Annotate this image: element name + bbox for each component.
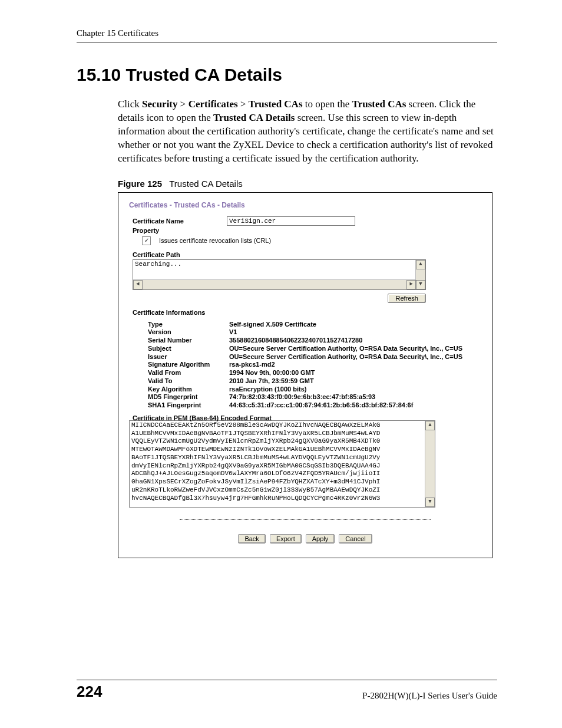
info-keyalg-label: Key Algorithm bbox=[133, 386, 229, 394]
info-validfrom-value: 1994 Nov 9th, 00:00:00 GMT bbox=[229, 369, 481, 377]
info-sigalg-value: rsa-pkcs1-md2 bbox=[229, 361, 481, 369]
cancel-button[interactable]: Cancel bbox=[339, 534, 372, 543]
cert-info-label: Certificate Informations bbox=[129, 309, 481, 316]
button-row: Back Export Apply Cancel bbox=[129, 534, 481, 543]
intro-paragraph: Click Security > Certificates > Trusted … bbox=[77, 98, 497, 166]
cert-path-box[interactable]: Searching... ▲ ▼ ◄ ► bbox=[133, 259, 426, 290]
bold-trusted-ca-details: Trusted CA Details bbox=[213, 112, 295, 123]
scrollbar-vertical[interactable]: ▲ ▼ bbox=[415, 260, 425, 289]
page-number: 224 bbox=[77, 683, 102, 701]
back-button[interactable]: Back bbox=[238, 534, 265, 543]
property-label: Property bbox=[129, 227, 227, 234]
info-validto-value: 2010 Jan 7th, 23:59:59 GMT bbox=[229, 377, 481, 386]
para-gt: > bbox=[238, 98, 249, 110]
scroll-up-icon[interactable]: ▲ bbox=[425, 421, 435, 430]
scrollbar-horizontal[interactable]: ◄ ► bbox=[133, 279, 416, 289]
info-version-label: Version bbox=[133, 328, 229, 337]
scroll-up-icon[interactable]: ▲ bbox=[416, 260, 425, 269]
section-title: 15.10 Trusted CA Details bbox=[77, 65, 497, 85]
cert-path-value: Searching... bbox=[135, 261, 415, 277]
crl-checkbox-label: Issues certificate revocation lists (CRL… bbox=[159, 237, 271, 244]
info-serial-value: 3558802160848854062232407011527417280 bbox=[229, 337, 481, 345]
pem-label: Certificate in PEM (Base-64) Encoded For… bbox=[129, 414, 481, 421]
scroll-down-icon[interactable]: ▼ bbox=[425, 498, 435, 507]
running-header: Chapter 15 Certificates bbox=[77, 28, 497, 42]
scroll-down-icon[interactable]: ▼ bbox=[416, 280, 425, 289]
pem-value: MIICNDCCAaECEAKtZn5ORf5eV288mBle3cAwDQYJ… bbox=[131, 421, 424, 503]
pem-box[interactable]: MIICNDCCAaECEAKtZn5ORf5eV288mBle3cAwDQYJ… bbox=[129, 420, 435, 508]
figure-caption: Figure 125 Trusted CA Details bbox=[77, 179, 497, 189]
info-issuer-label: Issuer bbox=[133, 353, 229, 361]
cert-info-block: TypeSelf-signed X.509 Certificate Versio… bbox=[129, 321, 481, 410]
info-validto-label: Valid To bbox=[133, 377, 229, 386]
figure-label: Figure 125 bbox=[118, 179, 162, 189]
crl-checkbox[interactable]: ✓ bbox=[142, 236, 151, 245]
info-issuer-value: OU=Secure Server Certification Authority… bbox=[229, 353, 481, 361]
info-sha1-value: 44:63:c5:31:d7:cc:c1:00:67:94:61:2b:b6:5… bbox=[229, 401, 481, 410]
export-button[interactable]: Export bbox=[270, 534, 302, 543]
info-type-value: Self-signed X.509 Certificate bbox=[229, 321, 481, 329]
info-sha1-label: SHA1 Fingerprint bbox=[133, 401, 229, 410]
scrollbar-vertical[interactable]: ▲ ▼ bbox=[425, 421, 435, 507]
cert-name-input[interactable] bbox=[227, 216, 355, 226]
screenshot-frame: Certificates - Trusted CAs - Details Cer… bbox=[118, 192, 492, 558]
bold-trusted-cas-2: Trusted CAs bbox=[352, 98, 406, 110]
breadcrumb: Certificates - Trusted CAs - Details bbox=[129, 201, 481, 209]
info-keyalg-value: rsaEncryption (1000 bits) bbox=[229, 386, 481, 394]
apply-button[interactable]: Apply bbox=[306, 534, 335, 543]
scroll-right-icon[interactable]: ► bbox=[406, 280, 416, 289]
page-footer: 224 P-2802H(W)(L)-I Series User's Guide bbox=[77, 680, 497, 701]
bold-certificates: Certificates bbox=[189, 98, 238, 110]
bold-security: Security bbox=[142, 98, 177, 110]
refresh-button[interactable]: Refresh bbox=[388, 294, 426, 303]
cert-name-label: Certificate Name bbox=[129, 218, 227, 225]
para-text: Click bbox=[118, 98, 142, 110]
info-md5-label: MD5 Fingerprint bbox=[133, 393, 229, 401]
para-gt: > bbox=[178, 98, 189, 110]
cert-path-label: Certificate Path bbox=[129, 251, 481, 258]
info-sigalg-label: Signature Algorithm bbox=[133, 361, 229, 369]
info-version-value: V1 bbox=[229, 328, 481, 337]
info-subject-value: OU=Secure Server Certification Authority… bbox=[229, 345, 481, 353]
para-text: to open the bbox=[303, 98, 352, 110]
info-md5-value: 74:7b:82:03:43:f0:00:9e:6b:b3:ec:47:bf:8… bbox=[229, 393, 481, 401]
separator bbox=[180, 519, 431, 521]
bold-trusted-cas-1: Trusted CAs bbox=[249, 98, 303, 110]
info-validfrom-label: Valid From bbox=[133, 369, 229, 377]
info-subject-label: Subject bbox=[133, 345, 229, 353]
figure-title: Trusted CA Details bbox=[169, 179, 243, 189]
scroll-left-icon[interactable]: ◄ bbox=[133, 280, 143, 289]
info-serial-label: Serial Number bbox=[133, 337, 229, 345]
info-type-label: Type bbox=[133, 321, 229, 329]
guide-name: P-2802H(W)(L)-I Series User's Guide bbox=[362, 691, 497, 701]
